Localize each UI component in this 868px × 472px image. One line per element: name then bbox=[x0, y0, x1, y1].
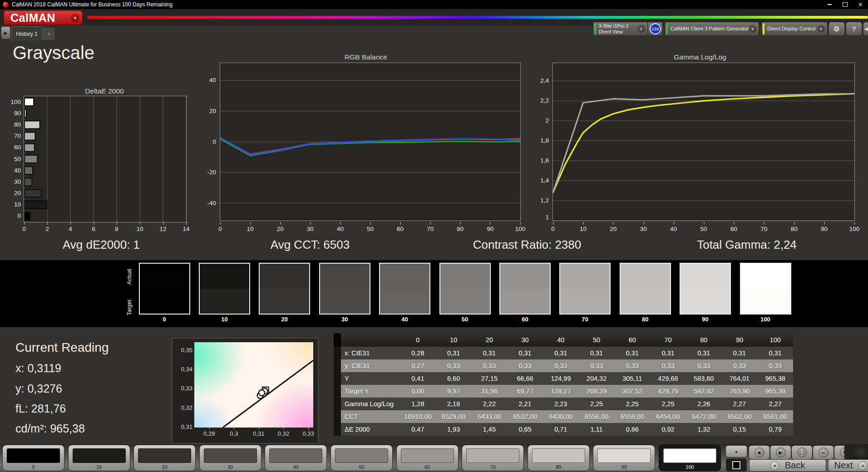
maximize-button[interactable] bbox=[837, 0, 853, 9]
axis-tick-label: 0,33 bbox=[302, 430, 314, 437]
table-row: y: CIE310,270,330,330,330,330,330,330,33… bbox=[334, 359, 793, 372]
table-cell: 0,92 bbox=[650, 426, 686, 433]
table-cell: 0,33 bbox=[436, 362, 472, 369]
minimize-button[interactable] bbox=[822, 0, 837, 9]
meter-rate-badge: 239 bbox=[650, 23, 661, 34]
axis-tick-label: 1,8 bbox=[540, 137, 549, 144]
table-cell: 6529,00 bbox=[436, 413, 472, 420]
table-cell: 0,31 bbox=[471, 349, 507, 357]
cie-chart-panel: 0,350,340,330,320,31 0,290,30,310,320,33 bbox=[172, 338, 319, 444]
level-swatch bbox=[138, 448, 191, 463]
swatch-level-label: 10 bbox=[221, 316, 227, 323]
table-cell: 0,33 bbox=[507, 362, 543, 369]
next-button[interactable]: Next » bbox=[828, 459, 868, 472]
axis-tick-label: 80 bbox=[457, 226, 464, 232]
table-cell: 763,90 bbox=[722, 388, 758, 395]
table-corner-spacer bbox=[334, 333, 341, 347]
back-label: Back bbox=[785, 460, 805, 471]
current-reading-title: Current Reading bbox=[15, 340, 108, 355]
swatch-level-label: 0 bbox=[163, 316, 166, 323]
table-cell: 6454,00 bbox=[650, 413, 686, 420]
axis-tick-label: 20 bbox=[277, 226, 284, 232]
swatch-actual bbox=[681, 264, 730, 289]
pattern-level-button-30[interactable]: 30 bbox=[199, 445, 261, 471]
display-label: Direct Display Control bbox=[767, 26, 815, 32]
axis-tick-label: 0,35 bbox=[181, 346, 192, 353]
help-button[interactable]: ? bbox=[846, 22, 862, 36]
table-cell: 2,27 bbox=[757, 400, 793, 408]
table-cell: 764,01 bbox=[722, 375, 758, 382]
back-button[interactable]: « Back bbox=[749, 459, 826, 472]
meter-rate-button[interactable]: 239 bbox=[647, 22, 663, 36]
level-swatch bbox=[73, 448, 126, 463]
grayscale-swatch bbox=[559, 263, 611, 315]
target-row-label: Target bbox=[126, 292, 134, 324]
meter-status-bar bbox=[594, 23, 596, 34]
cie-x-axis: 0,290,30,310,320,33 bbox=[194, 430, 313, 438]
source-dropdown[interactable]: CalMAN Client 3 Pattern Generator ▾ bbox=[665, 22, 759, 36]
axis-tick-label: 50 bbox=[14, 155, 21, 162]
pattern-level-button-50[interactable]: 50 bbox=[330, 445, 393, 471]
table-row-spacer bbox=[334, 359, 341, 372]
pattern-level-button-90[interactable]: 90 bbox=[593, 445, 655, 471]
table-cell: 965,38 bbox=[757, 388, 793, 395]
pattern-level-button-70[interactable]: 70 bbox=[462, 445, 524, 471]
axis-tick-label: 100 bbox=[10, 98, 21, 105]
table-header-row: 0102030405060708090100 bbox=[334, 333, 793, 347]
axis-tick-label: 50 bbox=[367, 226, 374, 232]
add-tab-button[interactable]: + bbox=[43, 28, 54, 39]
table-cell: 66,66 bbox=[507, 375, 543, 382]
table-cell: 0,31 bbox=[579, 349, 615, 357]
table-cell: 0,79 bbox=[757, 426, 793, 433]
table-cell: 0,33 bbox=[543, 362, 579, 369]
continuous-measure-button[interactable]: ∞ bbox=[813, 445, 834, 460]
level-swatch bbox=[597, 448, 651, 463]
measure-series-button[interactable]: [‥] bbox=[791, 445, 813, 460]
table-row-label: Gamma Log/Log bbox=[341, 400, 400, 408]
table-cell: 0,31 bbox=[507, 349, 543, 357]
axis-tick-label: 30 bbox=[640, 226, 647, 232]
settings-button[interactable]: ⚙ bbox=[829, 22, 845, 36]
calman-menu-button[interactable]: CalMAN ▾ bbox=[4, 10, 83, 25]
tab-history-1[interactable]: History 1 bbox=[11, 26, 43, 41]
table-column-header: 90 bbox=[722, 336, 758, 344]
pattern-level-button-100[interactable]: 100 bbox=[659, 445, 721, 471]
titlebar: CalMAN 2018 CalMAN Ultimate for Business… bbox=[0, 0, 868, 9]
pattern-level-button-80[interactable]: 80 bbox=[528, 445, 590, 471]
level-swatch bbox=[269, 448, 322, 463]
stop-measure-button[interactable]: ■ bbox=[749, 445, 770, 460]
maximize-icon bbox=[843, 2, 848, 7]
table-row-label: y: CIE31 bbox=[341, 362, 400, 369]
level-label: 50 bbox=[331, 464, 392, 470]
table-cell: 208,39 bbox=[579, 388, 615, 395]
swatch-actual bbox=[260, 264, 309, 289]
panel-expand-button[interactable]: ▲ bbox=[725, 445, 747, 457]
axis-tick-label: 6 bbox=[92, 226, 95, 232]
chevron-down-icon: ▾ bbox=[71, 14, 79, 22]
pattern-level-button-40[interactable]: 40 bbox=[265, 445, 327, 471]
measure-button[interactable]: ▶ bbox=[770, 445, 791, 460]
pattern-level-button-20[interactable]: 20 bbox=[133, 445, 196, 471]
workflow-nav-toggle-button[interactable]: ▶ bbox=[1, 26, 10, 39]
table-cell: 1,11 bbox=[579, 426, 615, 433]
meter-dropdown[interactable]: X-Rite i1Pro 2Direct View ▾ bbox=[593, 22, 648, 36]
table-column-header: 60 bbox=[614, 336, 650, 344]
axis-tick-label: 8 bbox=[115, 226, 118, 232]
collapse-panel-button[interactable]: ◀ bbox=[863, 22, 868, 36]
display-dropdown[interactable]: Direct Display Control ▾ bbox=[761, 22, 828, 36]
axis-tick-label: 1,4 bbox=[540, 177, 549, 184]
level-swatch bbox=[7, 448, 60, 463]
pattern-level-button-0[interactable]: 0 bbox=[2, 445, 64, 471]
table-cell: 0,47 bbox=[400, 426, 436, 433]
table-row-label: CCT bbox=[341, 413, 400, 420]
pattern-level-button-60[interactable]: 60 bbox=[396, 445, 459, 471]
close-button[interactable]: ✕ bbox=[853, 0, 868, 9]
axis-tick-label: 4 bbox=[69, 226, 72, 232]
table-row: CCT10910,006529,006433,006532,006430,006… bbox=[334, 410, 793, 423]
pattern-level-button-10[interactable]: 10 bbox=[68, 445, 130, 471]
axis-tick-label: 1 bbox=[545, 214, 549, 221]
axis-tick-label: 10 bbox=[580, 226, 587, 232]
reading-x: x: 0,3119 bbox=[15, 362, 61, 375]
axis-tick-label: 0 bbox=[22, 226, 26, 232]
pattern-window-mode-button[interactable] bbox=[725, 458, 747, 472]
